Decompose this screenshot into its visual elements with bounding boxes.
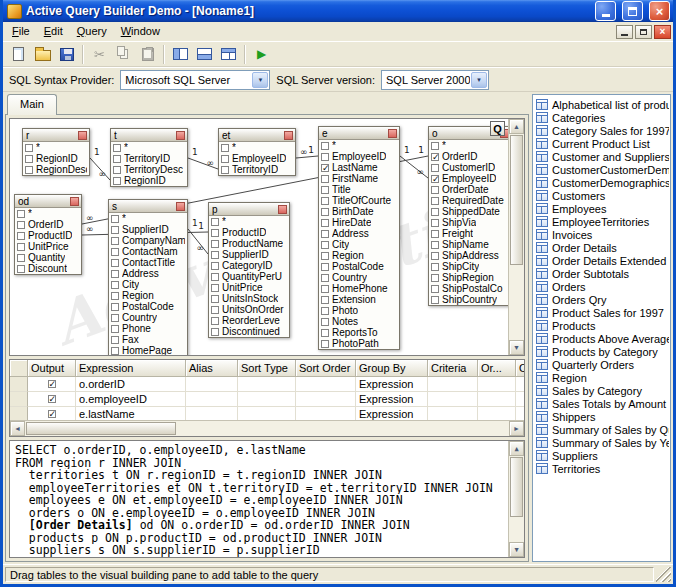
table-field-row[interactable]: HomePhone bbox=[319, 283, 399, 294]
table-field-row[interactable]: * bbox=[23, 142, 89, 153]
grid-header-cell[interactable]: Sort Type bbox=[238, 360, 296, 377]
scroll-down-icon[interactable]: ▼ bbox=[509, 340, 524, 355]
sql-vertical-scrollbar[interactable]: ▲ ▼ bbox=[508, 441, 524, 557]
table-header[interactable]: s bbox=[109, 200, 187, 213]
menu-file[interactable]: File bbox=[5, 23, 37, 40]
scrollbar-thumb[interactable] bbox=[510, 457, 523, 517]
field-checkbox[interactable] bbox=[17, 265, 25, 273]
menu-window[interactable]: Window bbox=[114, 23, 167, 40]
field-checkbox[interactable] bbox=[321, 307, 329, 315]
table-field-row[interactable]: BirthDate bbox=[319, 206, 399, 217]
table-field-row[interactable]: ✓LastName bbox=[319, 162, 399, 173]
panel-bottom-button[interactable] bbox=[193, 43, 216, 65]
table-header[interactable]: od bbox=[15, 195, 81, 208]
scrollbar-thumb[interactable] bbox=[510, 135, 523, 265]
grid-header-cell[interactable]: Alias bbox=[186, 360, 238, 377]
query-canvas[interactable]: Active Active 1∞1∞∞11∞∞1∞11∞ Q ▲ ▼ r*Reg… bbox=[9, 118, 525, 356]
grid-cell[interactable]: o.employeeID bbox=[76, 392, 186, 407]
save-button[interactable] bbox=[55, 43, 78, 65]
query-list-item[interactable]: CustomerDemographics bbox=[534, 176, 669, 189]
grid-cell[interactable] bbox=[186, 392, 238, 407]
table-field-row[interactable]: City bbox=[109, 279, 187, 290]
menu-query[interactable]: Query bbox=[70, 23, 114, 40]
table-field-row[interactable]: * bbox=[219, 142, 295, 153]
table-field-row[interactable]: TerritoryDesc bbox=[111, 164, 187, 175]
run-button[interactable]: ▶ bbox=[250, 43, 273, 65]
field-checkbox[interactable] bbox=[221, 166, 229, 174]
table-field-row[interactable]: ShipVia bbox=[429, 217, 511, 228]
table-close-icon[interactable] bbox=[176, 131, 185, 140]
field-checkbox[interactable] bbox=[113, 155, 121, 163]
table-field-row[interactable]: EmployeeID bbox=[319, 151, 399, 162]
field-checkbox[interactable] bbox=[321, 241, 329, 249]
field-checkbox[interactable] bbox=[25, 166, 33, 174]
sql-editor[interactable]: SELECT o.orderID, o.employeeID, e.lastNa… bbox=[9, 440, 525, 558]
field-checkbox[interactable] bbox=[321, 274, 329, 282]
query-list-item[interactable]: Quarterly Orders bbox=[534, 358, 669, 371]
app-icon[interactable] bbox=[7, 4, 22, 19]
field-checkbox[interactable] bbox=[221, 155, 229, 163]
table-header[interactable]: p bbox=[209, 203, 289, 216]
field-checkbox[interactable] bbox=[211, 273, 219, 281]
query-list-item[interactable]: EmployeeTerritories bbox=[534, 215, 669, 228]
query-list-item[interactable]: Category Sales for 1997 bbox=[534, 124, 669, 137]
table-field-row[interactable]: HireDate bbox=[319, 217, 399, 228]
query-list-item[interactable]: Product Sales for 1997 bbox=[534, 306, 669, 319]
table-close-icon[interactable] bbox=[78, 131, 87, 140]
grid-cell[interactable] bbox=[516, 377, 525, 392]
table-close-icon[interactable] bbox=[388, 129, 397, 138]
table-field-row[interactable]: * bbox=[209, 216, 289, 227]
query-list-item[interactable]: Shippers bbox=[534, 410, 669, 423]
field-checkbox[interactable] bbox=[321, 153, 329, 161]
field-checkbox[interactable] bbox=[211, 229, 219, 237]
grid-output-cell[interactable]: ✓ bbox=[28, 377, 76, 392]
grid-cell[interactable]: Expression bbox=[356, 392, 428, 407]
grid-cell[interactable] bbox=[296, 377, 356, 392]
field-checkbox[interactable] bbox=[17, 210, 25, 218]
table-field-row[interactable]: Extension bbox=[319, 294, 399, 305]
table-field-row[interactable]: PostalCode bbox=[319, 261, 399, 272]
grid-cell[interactable] bbox=[238, 377, 296, 392]
table-field-row[interactable]: Title bbox=[319, 184, 399, 195]
query-list-item[interactable]: Summary of Sales by Year bbox=[534, 436, 669, 449]
table-window-r[interactable]: r*RegionIDRegionDescr bbox=[22, 128, 90, 176]
field-checkbox[interactable] bbox=[321, 285, 329, 293]
table-window-s[interactable]: s*SupplierIDCompanyNamContactNamContactT… bbox=[108, 199, 188, 356]
table-field-row[interactable]: ContactNam bbox=[109, 246, 187, 257]
table-window-p[interactable]: p*ProductIDProductNameSupplierIDCategory… bbox=[208, 202, 290, 338]
table-field-row[interactable]: CompanyNam bbox=[109, 235, 187, 246]
grid-header-cell[interactable]: Expression bbox=[76, 360, 186, 377]
field-checkbox[interactable] bbox=[111, 347, 119, 355]
table-field-row[interactable]: City bbox=[319, 239, 399, 250]
query-list-item[interactable]: Products Above Average Price bbox=[534, 332, 669, 345]
grid-header-cell[interactable]: Group By bbox=[356, 360, 428, 377]
table-header[interactable]: t bbox=[111, 129, 187, 142]
field-checkbox[interactable] bbox=[431, 219, 439, 227]
query-list-item[interactable]: Region bbox=[534, 371, 669, 384]
table-field-row[interactable]: ReorderLeve bbox=[209, 315, 289, 326]
table-field-row[interactable]: CustomerID bbox=[429, 162, 511, 173]
menu-edit[interactable]: Edit bbox=[37, 23, 70, 40]
table-field-row[interactable]: ShipCity bbox=[429, 261, 511, 272]
scroll-up-icon[interactable]: ▲ bbox=[509, 441, 524, 456]
field-checkbox[interactable] bbox=[321, 197, 329, 205]
grid-cell[interactable] bbox=[428, 392, 478, 407]
query-list-item[interactable]: Sales Totals by Amount bbox=[534, 397, 669, 410]
mdi-minimize-button[interactable] bbox=[616, 25, 633, 39]
field-checkbox[interactable] bbox=[17, 221, 25, 229]
query-list-item[interactable]: Order Details Extended bbox=[534, 254, 669, 267]
field-checkbox[interactable] bbox=[113, 144, 121, 152]
field-checkbox[interactable] bbox=[321, 340, 329, 348]
field-checkbox[interactable] bbox=[431, 186, 439, 194]
field-checkbox[interactable] bbox=[211, 317, 219, 325]
field-checkbox[interactable] bbox=[321, 175, 329, 183]
field-checkbox[interactable] bbox=[111, 215, 119, 223]
field-checkbox[interactable] bbox=[321, 296, 329, 304]
grid-cell[interactable] bbox=[296, 392, 356, 407]
scroll-right-icon[interactable]: ► bbox=[509, 421, 524, 436]
table-close-icon[interactable] bbox=[284, 131, 293, 140]
table-field-row[interactable]: Country bbox=[109, 312, 187, 323]
field-checkbox[interactable] bbox=[321, 186, 329, 194]
field-checkbox[interactable] bbox=[211, 328, 219, 336]
table-field-row[interactable]: Discount bbox=[15, 263, 81, 274]
